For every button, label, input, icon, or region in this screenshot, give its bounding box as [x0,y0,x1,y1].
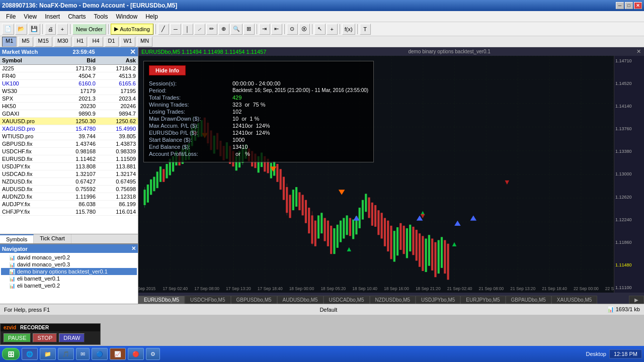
period-sep-btn[interactable]: ⊙ [287,24,298,35]
menu-view[interactable]: View [20,12,41,21]
market-watch-row[interactable]: USDJPY.fix 113.808 113.881 [0,163,138,170]
open-button[interactable]: 📂 [15,24,27,35]
print-button[interactable]: 🖨 [45,24,56,35]
market-watch-row[interactable]: FR40 4504.7 4513.9 [0,72,138,80]
tf-m15[interactable]: M15 [35,37,52,47]
menu-window[interactable]: Window [112,12,142,21]
market-watch-row[interactable]: USDCHF.fix 0.98168 0.98339 [0,148,138,155]
navigator-item[interactable]: 📊 eli barnett_ver0.1 [1,275,137,282]
chart-area[interactable]: EURUSDbo,M5 1.11494 1.11498 1.11454 1.11… [138,47,644,304]
market-watch-row[interactable]: USDCAD.fix 1.32107 1.32174 [0,170,138,178]
tab-symbols[interactable]: Symbols [0,234,34,243]
chart-tab-scroll-right[interactable]: ▶ [629,296,644,304]
market-watch-row[interactable]: WS30 17179 17195 [0,87,138,95]
crosshair-tool[interactable]: ⊕ [218,24,229,35]
chart-tab-gbpusd[interactable]: GBPUSDbo,M5 [231,296,277,304]
menu-insert[interactable]: Insert [41,12,64,21]
zoom-tool[interactable]: 🔍 [230,24,243,35]
taskbar-folder-button[interactable]: 📁 [40,348,56,360]
start-button[interactable]: ⊞ [2,348,20,360]
market-watch-row[interactable]: SPX 2021.3 2023.4 [0,95,138,103]
hide-info-button[interactable]: Hide Info [149,65,186,75]
tf-h1[interactable]: H1 [73,37,87,47]
symbol-name: SPX [2,96,55,102]
chart-tab-eurusd[interactable]: EURUSDbo,M5 [138,296,185,304]
price-level-0: 1.14710 [615,58,643,63]
taskbar-mt4-button[interactable]: 📈 [110,348,126,360]
chart-tab-eurjpy[interactable]: EURJPYbo,M5 [460,296,505,304]
chart-scroll[interactable]: ⇤ [271,24,282,35]
market-watch-row[interactable]: XAUUSD.pro 1250.30 1250.62 [0,118,138,125]
chart-canvas[interactable]: ▲ ▲ ▲ ▼ ▼ ▼ 16 Sep 2015 17 Sep 02:40 [138,56,644,293]
tf-w1[interactable]: W1 [120,37,136,47]
template-btn[interactable]: T [360,24,371,35]
save-button[interactable]: 💾 [28,24,40,35]
market-watch-row[interactable]: AUDJPY.fix 86.038 86.199 [0,201,138,208]
maximize-button[interactable]: □ [625,2,633,9]
menu-tools[interactable]: Tools [90,12,112,21]
tf-m30[interactable]: M30 [54,37,71,47]
close-button[interactable]: ✕ [634,2,642,9]
market-watch-row[interactable]: AUDNZD.fix 1.11996 1.12318 [0,193,138,201]
market-watch-row[interactable]: UK100 6160.0 6165.6 [0,80,138,87]
chart-tab-gbpaud[interactable]: GBPAUDbo,M5 [506,296,551,304]
chart-close-icon[interactable]: ✕ [636,48,641,55]
auto-trading-button[interactable]: ▶ AutoTrading [111,24,153,35]
ezvid-pause-button[interactable]: PAUSE [4,333,31,342]
menu-help[interactable]: Help [141,12,162,21]
market-watch-row[interactable]: NZDUSD.fix 0.67427 0.67495 [0,178,138,186]
market-watch-close[interactable]: ✕ [130,48,136,55]
market-watch-row[interactable]: J225 17173.9 17184.2 [0,65,138,72]
taskbar-app1-button[interactable]: 🔴 [128,348,144,360]
market-watch-row[interactable]: EURUSD.fix 1.11462 1.11509 [0,155,138,163]
trend-tool[interactable]: ⟋ [194,24,205,35]
market-watch-row[interactable]: CHFJPY.fix 115.780 116.014 [0,208,138,216]
chart-tab-usdchf[interactable]: USDCHFbo,M5 [185,296,230,304]
chart-shift[interactable]: ⇥ [259,24,270,35]
navigator-item[interactable]: 📊 eli barnett_ver0.2 [1,282,137,289]
tf-mn[interactable]: MN [137,37,152,47]
new-order-button[interactable]: New Order [72,24,106,35]
plus-btn[interactable]: + [327,24,338,35]
taskbar-media-button[interactable]: 🎵 [58,348,74,360]
line-tool[interactable]: ╱ [158,24,169,35]
ezvid-draw-button[interactable]: DRAW [59,333,85,342]
navigator-item[interactable]: 📊 david monaco_ver0.2 [1,254,137,261]
menu-charts[interactable]: Charts [64,12,90,21]
pen-tool[interactable]: ✏ [206,24,217,35]
taskbar-mail-button[interactable]: ✉ [76,348,90,360]
taskbar-browser-button[interactable]: 🔵 [92,348,108,360]
chart-tab-xauusd[interactable]: XAUUSDbo,M5 [551,296,597,304]
market-watch-row[interactable]: GBPUSD.fix 1.43746 1.43873 [0,140,138,148]
navigator-item[interactable]: 📊 demo binary options backtest_ver0.1 [1,268,137,275]
tf-m5[interactable]: M5 [18,37,33,47]
zoom-in-button[interactable]: + [57,24,68,35]
chart-tab-usdcad[interactable]: USDCADbo,M5 [324,296,370,304]
market-watch-row[interactable]: WTIUSD.pro 39.744 39.805 [0,133,138,140]
tab-tick-chart[interactable]: Tick Chart [34,234,71,243]
vline-tool[interactable]: │ [182,24,193,35]
ezvid-stop-button[interactable]: STOP [33,333,57,342]
chart-tab-nzdusd[interactable]: NZDUSDbo,M5 [370,296,416,304]
cursor-btn[interactable]: ↖ [314,24,326,35]
minimize-button[interactable]: ─ [616,2,624,9]
market-watch-row[interactable]: XAGUSD.pro 15.4780 15.4990 [0,125,138,133]
period-btn2[interactable]: ⦿ [299,24,310,35]
navigator-close[interactable]: ✕ [131,245,136,252]
tf-d1[interactable]: D1 [105,37,119,47]
new-file-button[interactable]: 📄 [2,24,14,35]
chart-tab-usdjpy[interactable]: USDJPYbo,M5 [416,296,460,304]
market-watch-row[interactable]: GDAXI 9890.9 9894.7 [0,110,138,118]
menu-file[interactable]: File [2,12,20,21]
market-watch-row[interactable]: HK50 20230 20246 [0,103,138,110]
grid-tool[interactable]: ⊞ [244,24,255,35]
tf-h4[interactable]: H4 [89,37,103,47]
taskbar-ie-button[interactable]: 🌐 [22,348,38,360]
market-watch-row[interactable]: AUDUSD.fix 0.75592 0.75698 [0,186,138,193]
taskbar-app2-button[interactable]: ⚙ [146,348,160,360]
chart-tab-audusd[interactable]: AUDUSDbo,M5 [277,296,324,304]
indicator-btn[interactable]: f(x) [342,24,355,35]
tf-m1[interactable]: M1 [2,37,17,47]
navigator-item[interactable]: 📊 david monaco_ver0.3 [1,261,137,268]
hline-tool[interactable]: ─ [170,24,181,35]
